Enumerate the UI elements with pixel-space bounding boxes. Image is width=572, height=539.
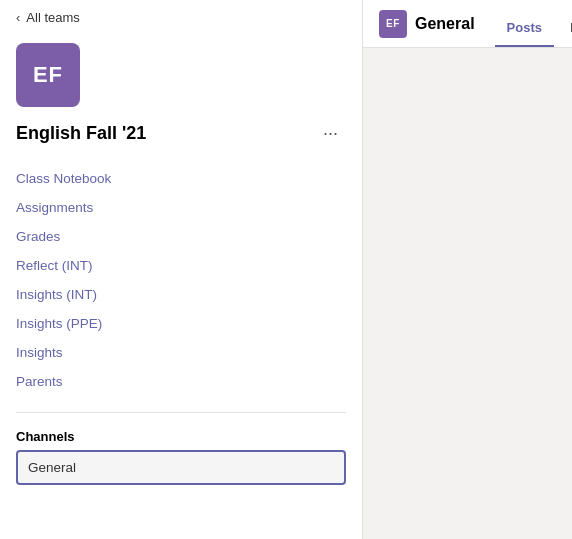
channel-avatar: EF (379, 10, 407, 38)
team-name: English Fall '21 (16, 123, 146, 144)
tab-files[interactable]: Files (558, 20, 572, 47)
nav-link-assignments[interactable]: Assignments (16, 200, 93, 215)
tab-nav: Posts Files (495, 0, 572, 47)
channel-title: General (415, 15, 475, 33)
nav-item-insights[interactable]: Insights (0, 338, 362, 367)
nav-link-grades[interactable]: Grades (16, 229, 60, 244)
nav-link-parents[interactable]: Parents (16, 374, 63, 389)
right-header: EF General Posts Files (363, 0, 572, 48)
channels-label: Channels (16, 429, 346, 444)
nav-item-class-notebook[interactable]: Class Notebook (0, 164, 362, 193)
left-panel: ‹ All teams EF English Fall '21 ··· Clas… (0, 0, 363, 539)
channel-initials: EF (386, 18, 400, 29)
back-label: All teams (26, 10, 79, 25)
nav-link-class-notebook[interactable]: Class Notebook (16, 171, 111, 186)
nav-item-parents[interactable]: Parents (0, 367, 362, 396)
nav-item-grades[interactable]: Grades (0, 222, 362, 251)
nav-link-insights[interactable]: Insights (16, 345, 63, 360)
right-content (363, 48, 572, 539)
nav-list: Class Notebook Assignments Grades Reflec… (0, 164, 362, 404)
team-initials: EF (33, 62, 63, 88)
tab-posts[interactable]: Posts (495, 20, 554, 47)
team-name-row: English Fall '21 ··· (0, 119, 362, 164)
nav-item-insights-int[interactable]: Insights (INT) (0, 280, 362, 309)
nav-item-insights-ppe[interactable]: Insights (PPE) (0, 309, 362, 338)
right-panel: EF General Posts Files (363, 0, 572, 539)
nav-link-reflect-int[interactable]: Reflect (INT) (16, 258, 93, 273)
more-options-button[interactable]: ··· (315, 119, 346, 148)
general-channel-label: General (28, 460, 76, 475)
tab-posts-label: Posts (507, 20, 542, 35)
back-arrow-icon: ‹ (16, 10, 20, 25)
nav-link-insights-int[interactable]: Insights (INT) (16, 287, 97, 302)
team-avatar: EF (16, 43, 80, 107)
general-channel-item[interactable]: General (16, 450, 346, 485)
nav-link-insights-ppe[interactable]: Insights (PPE) (16, 316, 102, 331)
nav-item-assignments[interactable]: Assignments (0, 193, 362, 222)
nav-item-reflect-int[interactable]: Reflect (INT) (0, 251, 362, 280)
back-nav[interactable]: ‹ All teams (0, 0, 362, 35)
section-divider (16, 412, 346, 413)
channels-section: Channels General (0, 421, 362, 493)
